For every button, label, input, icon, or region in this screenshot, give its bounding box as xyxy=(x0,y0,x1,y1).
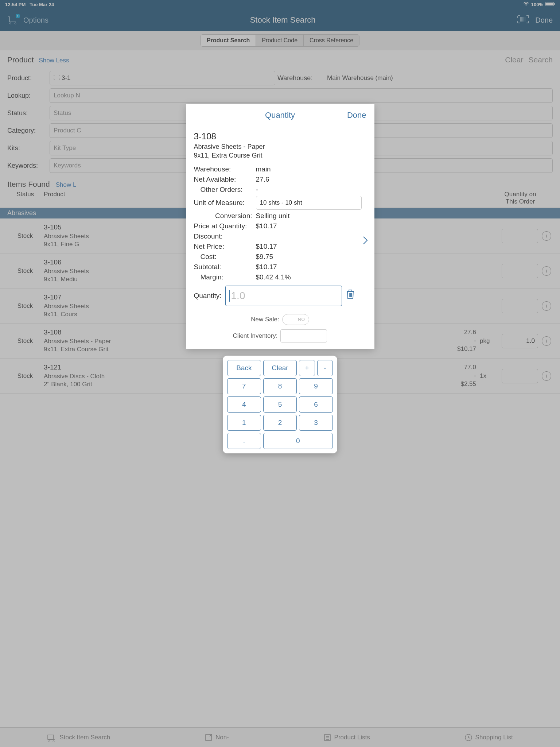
key-8[interactable]: 8 xyxy=(263,378,297,394)
key-7[interactable]: 7 xyxy=(227,378,261,394)
uom-select[interactable]: 10 shts - 10 sht xyxy=(256,196,362,210)
label-quantity: Quantity: xyxy=(194,292,222,300)
key-6[interactable]: 6 xyxy=(299,396,333,413)
key-minus[interactable]: - xyxy=(317,360,333,376)
label-other-orders: Other Orders: xyxy=(194,186,256,194)
value-cost: $9.75 xyxy=(256,253,366,261)
label-client-inventory: Client Inventory: xyxy=(233,332,278,340)
value-net-price: $10.17 xyxy=(256,243,366,251)
new-sale-toggle[interactable]: NO xyxy=(282,314,309,325)
modal-product-code: 3-108 xyxy=(194,131,366,142)
modal-title: Quantity xyxy=(265,111,295,120)
value-other-orders: - xyxy=(256,186,366,194)
key-9[interactable]: 9 xyxy=(299,378,333,394)
key-2[interactable]: 2 xyxy=(263,415,297,431)
label-cost: Cost: xyxy=(194,253,256,261)
key-5[interactable]: 5 xyxy=(263,396,297,413)
label-new-sale: New Sale: xyxy=(251,316,279,323)
label-discount: Discount: xyxy=(194,232,256,240)
label-warehouse: Warehouse: xyxy=(194,165,256,173)
client-inventory-input[interactable] xyxy=(280,329,327,342)
value-conversion: Selling unit xyxy=(256,212,366,220)
value-net-available: 27.6 xyxy=(256,175,366,183)
label-margin: Margin: xyxy=(194,273,256,281)
label-price-at-qty: Price at Quantity: xyxy=(194,222,256,230)
label-net-price: Net Price: xyxy=(194,243,256,251)
key-0[interactable]: 0 xyxy=(263,433,333,449)
label-net-available: Net Available: xyxy=(194,175,256,183)
key-plus[interactable]: + xyxy=(299,360,315,376)
key-1[interactable]: 1 xyxy=(227,415,261,431)
label-conversion: Conversion: xyxy=(194,212,256,220)
quantity-input[interactable]: 1.0 xyxy=(225,286,342,306)
key-3[interactable]: 3 xyxy=(299,415,333,431)
value-subtotal: $10.17 xyxy=(256,263,366,271)
label-subtotal: Subtotal: xyxy=(194,263,256,271)
value-margin: $0.42 4.1% xyxy=(256,273,366,281)
modal-product-desc: Abrasive Sheets - Paper 9x11, Extra Cour… xyxy=(194,142,366,160)
value-warehouse: main xyxy=(256,165,366,173)
key-clear[interactable]: Clear xyxy=(263,360,297,376)
disclosure-icon[interactable] xyxy=(363,236,368,247)
key-dot[interactable]: . xyxy=(227,433,261,449)
keypad: Back Clear + - 7 8 9 4 5 6 1 2 3 . 0 xyxy=(223,356,337,453)
modal-overlay: Quantity Done 3-108 Abrasive Sheets - Pa… xyxy=(0,0,560,747)
key-4[interactable]: 4 xyxy=(227,396,261,413)
label-uom: Unit of Measure: xyxy=(194,199,256,207)
value-price-at-qty: $10.17 xyxy=(256,222,366,230)
trash-icon[interactable] xyxy=(346,289,355,302)
modal-done-button[interactable]: Done xyxy=(347,111,366,120)
quantity-modal: Quantity Done 3-108 Abrasive Sheets - Pa… xyxy=(186,104,374,349)
key-back[interactable]: Back xyxy=(227,360,261,376)
